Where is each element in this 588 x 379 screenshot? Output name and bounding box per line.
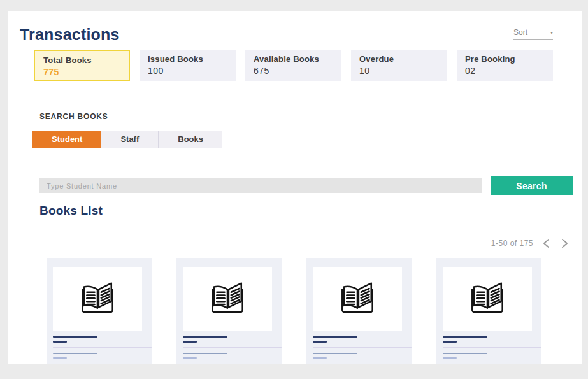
- sort-dropdown[interactable]: Sort ▾: [513, 28, 553, 40]
- stat-card-overdue[interactable]: Overdue 10: [351, 50, 447, 81]
- open-book-icon: [467, 280, 508, 318]
- stat-value: 10: [359, 66, 439, 76]
- book-meta-placeholder: [53, 353, 97, 354]
- pagination-range: 1-50 of 175: [491, 239, 533, 248]
- search-books-section-label: SEARCH BOOKS: [39, 112, 108, 121]
- chevron-left-icon[interactable]: [542, 238, 551, 248]
- book-cover: [183, 267, 272, 331]
- stat-value: 675: [254, 66, 333, 76]
- stat-label: Issued Books: [148, 54, 227, 64]
- book-subtitle-placeholder: [183, 341, 197, 343]
- stat-label: Total Books: [43, 55, 120, 65]
- stat-label: Available Books: [254, 54, 333, 64]
- divider: [443, 347, 541, 348]
- content-panel: Transactions Sort ▾ Total Books 775 Issu…: [8, 11, 582, 364]
- books-list-title: Books List: [39, 204, 103, 218]
- search-row: Search: [39, 176, 573, 195]
- book-meta-placeholder: [53, 357, 67, 359]
- stat-value: 02: [465, 66, 545, 76]
- stat-card-available-books[interactable]: Available Books 675: [245, 50, 341, 81]
- book-card[interactable]: [176, 258, 282, 364]
- book-card[interactable]: [306, 258, 412, 364]
- stat-card-pre-booking[interactable]: Pre Booking 02: [457, 50, 553, 81]
- divider: [313, 347, 412, 348]
- book-title-placeholder: [183, 336, 227, 338]
- book-title-placeholder: [313, 336, 357, 338]
- book-cover: [313, 267, 402, 331]
- book-meta-placeholder: [183, 353, 227, 354]
- stat-card-issued-books[interactable]: Issued Books 100: [140, 50, 236, 81]
- tab-student[interactable]: Student: [32, 131, 101, 148]
- book-cards-row: [47, 258, 541, 364]
- pagination: 1-50 of 175: [491, 238, 569, 248]
- sort-label: Sort: [513, 28, 527, 37]
- page-title: Transactions: [20, 25, 120, 44]
- open-book-icon: [207, 280, 248, 318]
- book-cover: [443, 267, 532, 331]
- book-cover: [53, 267, 142, 331]
- book-title-placeholder: [443, 336, 487, 338]
- caret-down-icon: ▾: [550, 30, 553, 36]
- open-book-icon: [337, 280, 378, 318]
- book-meta-placeholder: [443, 357, 457, 359]
- stats-row: Total Books 775 Issued Books 100 Availab…: [34, 50, 553, 81]
- stat-label: Overdue: [359, 54, 439, 64]
- tab-books[interactable]: Books: [158, 131, 222, 148]
- search-tabs: Student Staff Books: [32, 131, 222, 148]
- book-meta-placeholder: [443, 353, 487, 354]
- stat-value: 100: [148, 66, 227, 76]
- book-subtitle-placeholder: [53, 341, 67, 343]
- search-button[interactable]: Search: [491, 176, 573, 195]
- stat-label: Pre Booking: [465, 54, 545, 64]
- divider: [183, 347, 282, 348]
- book-subtitle-placeholder: [443, 341, 457, 343]
- search-input[interactable]: [39, 178, 482, 193]
- stat-value: 775: [43, 67, 120, 77]
- book-meta-placeholder: [313, 353, 357, 354]
- book-subtitle-placeholder: [313, 341, 327, 343]
- tab-staff[interactable]: Staff: [101, 131, 158, 148]
- book-meta-placeholder: [313, 357, 327, 359]
- divider: [53, 347, 152, 348]
- book-card[interactable]: [47, 258, 152, 364]
- open-book-icon: [77, 280, 118, 318]
- book-card[interactable]: [436, 258, 541, 364]
- book-meta-placeholder: [183, 357, 197, 359]
- book-title-placeholder: [53, 336, 97, 338]
- stat-card-total-books[interactable]: Total Books 775: [34, 50, 130, 81]
- chevron-right-icon[interactable]: [560, 238, 569, 248]
